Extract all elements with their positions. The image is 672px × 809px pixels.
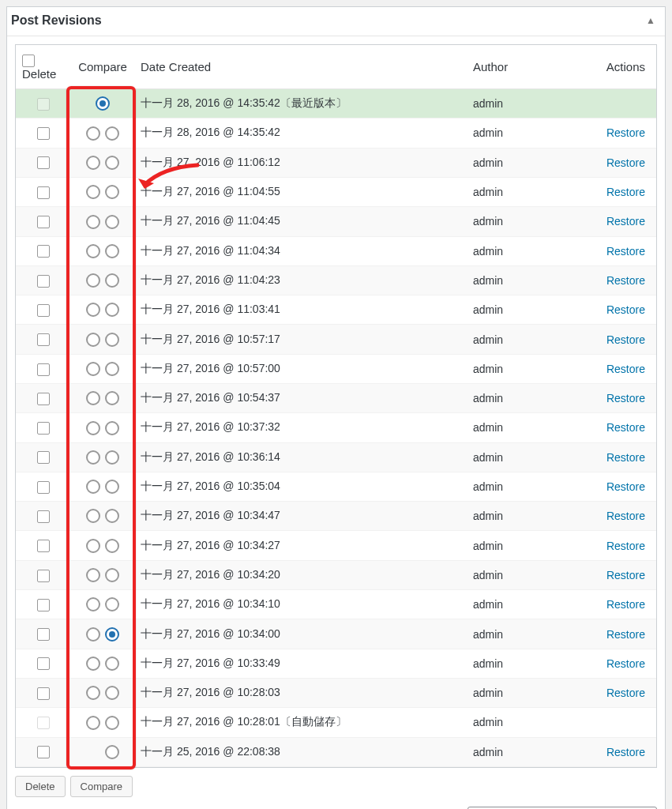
compare-right-radio[interactable] — [105, 509, 119, 523]
compare-left-radio[interactable] — [86, 627, 100, 642]
compare-right-radio[interactable] — [105, 450, 119, 465]
compare-left-radio[interactable] — [86, 391, 100, 405]
delete-checkbox[interactable] — [37, 216, 50, 228]
delete-checkbox[interactable] — [37, 363, 50, 376]
restore-link[interactable]: Restore — [606, 451, 645, 464]
compare-right-radio[interactable] — [105, 303, 119, 317]
table-row: 十一月 27, 2016 @ 10:54:37adminRestore — [16, 384, 656, 413]
revision-author: admin — [467, 177, 593, 206]
delete-checkbox[interactable] — [37, 657, 50, 670]
delete-button[interactable]: Delete — [15, 776, 66, 797]
delete-checkbox[interactable] — [37, 540, 50, 552]
compare-left-radio[interactable] — [86, 716, 100, 730]
delete-checkbox[interactable] — [37, 245, 50, 258]
restore-link[interactable]: Restore — [606, 245, 645, 258]
restore-link[interactable]: Restore — [606, 333, 645, 346]
delete-checkbox[interactable] — [37, 186, 50, 199]
compare-right-radio[interactable] — [105, 156, 119, 170]
restore-link[interactable]: Restore — [606, 303, 645, 316]
compare-right-radio[interactable] — [105, 480, 119, 494]
compare-left-radio[interactable] — [86, 185, 100, 199]
restore-link[interactable]: Restore — [606, 510, 645, 522]
compare-right-radio[interactable] — [105, 185, 119, 199]
compare-right-radio[interactable] — [105, 421, 119, 435]
compare-left-radio[interactable] — [86, 303, 100, 317]
delete-checkbox[interactable] — [37, 717, 50, 729]
restore-link[interactable]: Restore — [606, 421, 645, 434]
delete-checkbox[interactable] — [37, 746, 50, 758]
compare-button[interactable]: Compare — [70, 776, 133, 797]
restore-link[interactable]: Restore — [606, 363, 645, 375]
restore-link[interactable]: Restore — [606, 540, 645, 552]
restore-link[interactable]: Restore — [606, 657, 645, 670]
compare-left-radio[interactable] — [86, 568, 100, 582]
restore-link[interactable]: Restore — [606, 598, 645, 611]
restore-link[interactable]: Restore — [606, 156, 645, 169]
compare-right-radio[interactable] — [105, 686, 119, 700]
delete-checkbox[interactable] — [37, 275, 50, 288]
compare-right-radio[interactable] — [105, 362, 119, 376]
delete-checkbox[interactable] — [37, 127, 50, 140]
compare-left-radio[interactable] — [86, 362, 100, 376]
compare-left-radio[interactable] — [86, 657, 100, 671]
restore-link[interactable]: Restore — [606, 746, 645, 758]
restore-link[interactable]: Restore — [606, 392, 645, 404]
restore-link[interactable]: Restore — [606, 186, 645, 198]
delete-checkbox[interactable] — [37, 98, 50, 111]
restore-link[interactable]: Restore — [606, 628, 645, 641]
delete-checkbox[interactable] — [37, 687, 50, 700]
revision-author: admin — [467, 531, 593, 560]
delete-checkbox[interactable] — [37, 451, 50, 464]
compare-left-radio[interactable] — [86, 333, 100, 347]
delete-checkbox[interactable] — [37, 156, 50, 169]
compare-right-radio[interactable] — [105, 627, 119, 642]
restore-link[interactable]: Restore — [606, 569, 645, 581]
compare-left-radio[interactable] — [86, 509, 100, 523]
delete-checkbox[interactable] — [37, 570, 50, 582]
compare-right-radio[interactable] — [105, 215, 119, 229]
compare-left-radio[interactable] — [86, 126, 100, 141]
compare-right-radio[interactable] — [105, 126, 119, 141]
delete-checkbox[interactable] — [37, 422, 50, 435]
compare-right-radio[interactable] — [105, 745, 119, 759]
compare-right-radio[interactable] — [105, 568, 119, 582]
delete-checkbox[interactable] — [37, 481, 50, 494]
compare-left-radio[interactable] — [86, 156, 100, 170]
compare-left-radio[interactable] — [86, 597, 100, 611]
compare-right-radio[interactable] — [105, 244, 119, 258]
restore-link[interactable]: Restore — [606, 480, 645, 493]
restore-link[interactable]: Restore — [606, 274, 645, 287]
collapse-icon[interactable]: ▲ — [646, 15, 655, 26]
compare-right-radio[interactable] — [105, 657, 119, 671]
compare-left-radio[interactable] — [86, 539, 100, 553]
compare-right-radio[interactable] — [105, 391, 119, 405]
restore-link[interactable]: Restore — [606, 126, 645, 139]
compare-left-radio[interactable] — [86, 686, 100, 700]
compare-left-radio[interactable] — [86, 421, 100, 435]
restore-link[interactable]: Restore — [606, 215, 645, 228]
table-row: 十一月 27, 2016 @ 10:34:20adminRestore — [16, 560, 656, 589]
revision-date: 十一月 27, 2016 @ 10:37:32 — [134, 413, 467, 442]
delete-checkbox[interactable] — [37, 599, 50, 611]
compare-left-radio[interactable] — [86, 273, 100, 288]
compare-right-radio[interactable] — [105, 273, 119, 288]
revision-date: 十一月 28, 2016 @ 14:35:42 — [134, 119, 467, 148]
delete-checkbox[interactable] — [37, 333, 50, 346]
compare-left-radio[interactable] — [86, 244, 100, 258]
compare-right-radio[interactable] — [105, 597, 119, 611]
delete-checkbox[interactable] — [37, 510, 50, 523]
compare-left-radio[interactable] — [86, 450, 100, 465]
compare-right-radio[interactable] — [105, 333, 119, 347]
delete-checkbox[interactable] — [37, 393, 50, 405]
table-row: 十一月 27, 2016 @ 10:57:00adminRestore — [16, 354, 656, 383]
compare-left-radio[interactable] — [86, 215, 100, 229]
revision-date: 十一月 27, 2016 @ 11:04:55 — [134, 177, 467, 206]
select-all-checkbox[interactable] — [22, 55, 35, 67]
compare-left-radio[interactable] — [86, 480, 100, 494]
compare-left-radio[interactable] — [96, 96, 110, 111]
delete-checkbox[interactable] — [37, 628, 50, 641]
compare-right-radio[interactable] — [105, 716, 119, 730]
restore-link[interactable]: Restore — [606, 687, 645, 699]
compare-right-radio[interactable] — [105, 539, 119, 553]
delete-checkbox[interactable] — [37, 304, 50, 317]
